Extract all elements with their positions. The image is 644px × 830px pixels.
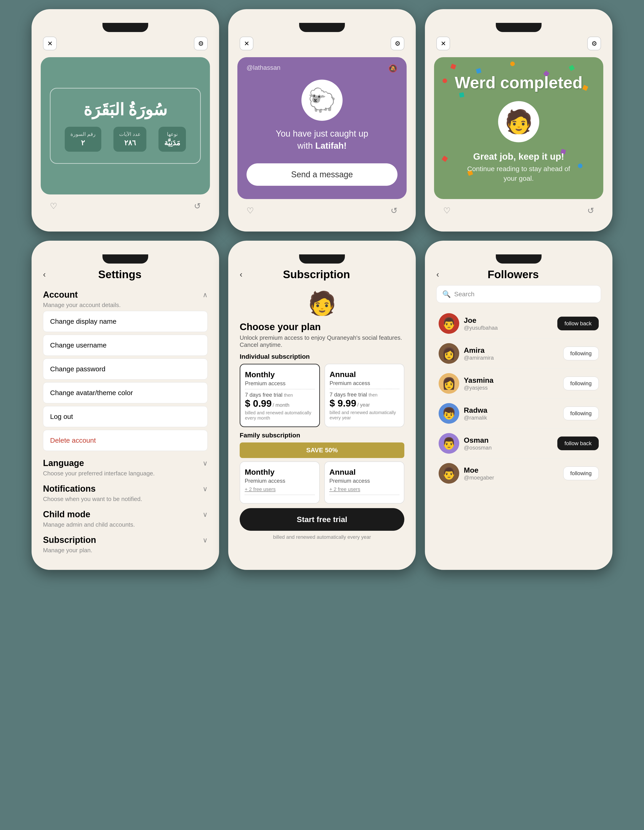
follower-info: Amira@amiramira (464, 346, 559, 361)
search-bar[interactable]: 🔍 Search (436, 285, 601, 303)
refresh-icon[interactable]: ↺ (391, 206, 397, 215)
language-section-header: Language ∨ (43, 454, 208, 470)
surah-number-label: رقم السورة (70, 131, 96, 137)
werd-card: Werd completed 🧑 Great job, keep it up! … (434, 57, 603, 199)
back-button[interactable]: ‹ (240, 270, 242, 279)
filter-button[interactable]: ⚙ (587, 36, 601, 50)
follower-info: Joe@yusufbahaa (464, 316, 553, 331)
subscription-chevron[interactable]: ∨ (203, 536, 208, 544)
close-button[interactable]: ✕ (43, 36, 57, 50)
surah-number-badge: رقم السورة ٢ (65, 127, 101, 152)
ayat-count-label: عدد الآيات (119, 131, 141, 137)
monthly-price-note: billed and renewed automatically every m… (245, 410, 315, 421)
family-annual-card[interactable]: Annual Premium access + 2 free users (324, 461, 404, 504)
phone-caughtup: ✕ ⚙ @lathassan 🔕 🐑 You have just caught … (228, 9, 416, 231)
phone3-header: ✕ ⚙ (434, 36, 603, 55)
following-button[interactable]: following (563, 377, 599, 390)
ayat-count-value: ٢٨٦ (119, 138, 141, 147)
subscription-section-title: Subscription (43, 535, 96, 545)
phone-notch (103, 23, 148, 32)
phone-subscription: ‹ Subscription 🧑 Choose your plan Unlock… (228, 241, 416, 570)
bottom-billing-note: billed and renewed automatically every y… (240, 534, 404, 540)
notifications-section-title: Notifications (43, 484, 96, 494)
close-button[interactable]: ✕ (436, 36, 450, 50)
follower-name: Yasmina (464, 376, 559, 385)
change-password-item[interactable]: Change password (43, 358, 208, 380)
filter-button[interactable]: ⚙ (194, 36, 208, 50)
bottom-row: ‹ Settings Account ∧ Manage your account… (9, 241, 635, 570)
language-section-desc: Choose your preferred interface language… (43, 470, 208, 477)
phone-notch (496, 23, 541, 32)
phone-werd: ✕ ⚙ Werd co (425, 9, 612, 231)
change-avatar-item[interactable]: Change avatar/theme color (43, 382, 208, 403)
notifications-section-header: Notifications ∨ (43, 479, 208, 496)
subscription-mascot: 🧑 (240, 290, 404, 317)
follower-row: 👨Moe@moegaberfollowing (436, 458, 601, 488)
arabic-surah-title: سُورَةُ البَقَرَة (60, 100, 191, 120)
heart-icon[interactable]: ♡ (50, 201, 57, 211)
back-button[interactable]: ‹ (43, 270, 46, 279)
follower-info: Osman@ososman (464, 436, 553, 451)
phone5-header: ‹ Subscription (237, 268, 407, 285)
heart-icon[interactable]: ♡ (443, 206, 451, 215)
top-row: ✕ ⚙ سُورَةُ البَقَرَة رقم السورة ٢ عدد ا… (9, 9, 635, 231)
dotted-divider (245, 389, 315, 390)
surah-number-value: ٢ (70, 138, 96, 147)
individual-annual-card[interactable]: Annual Premium access 7 days free trial … (324, 364, 404, 427)
quran-footer: رقم السورة ٢ عدد الآيات ٢٨٦ نوعها مَدَنِ… (60, 127, 191, 152)
family-annual-free-users: + 2 free users (329, 486, 399, 492)
child-mode-chevron[interactable]: ∨ (203, 510, 208, 518)
following-button[interactable]: following (563, 347, 599, 360)
send-message-button[interactable]: Send a message (247, 163, 397, 186)
refresh-icon[interactable]: ↺ (194, 201, 201, 211)
heart-icon[interactable]: ♡ (247, 206, 254, 215)
follower-avatar: 👨 (438, 433, 459, 454)
phone1-header: ✕ ⚙ (41, 36, 210, 55)
delete-account-item[interactable]: Delete account (43, 430, 208, 451)
bell-icon[interactable]: 🔕 (388, 64, 397, 73)
family-monthly-card[interactable]: Monthly Premium access + 2 free users (240, 461, 320, 504)
family-monthly-free-users: + 2 free users (245, 486, 315, 492)
start-free-trial-button[interactable]: Start free trial (240, 508, 404, 531)
phone-settings: ‹ Settings Account ∧ Manage your account… (32, 241, 219, 570)
search-input[interactable]: Search (454, 291, 595, 298)
follower-row: 👩Amira@amiramirafollowing (436, 339, 601, 369)
annual-price: $ 9.99 / year (329, 398, 399, 409)
monthly-plan-type: Premium access (245, 380, 315, 386)
phone1-bottom-icons: ♡ ↺ (41, 197, 210, 213)
follower-handle: @yusufbahaa (464, 325, 553, 331)
dotted-divider (329, 389, 399, 389)
change-username-item[interactable]: Change username (43, 335, 208, 356)
notifications-chevron[interactable]: ∨ (203, 485, 208, 493)
follower-row: 👦Radwa@ramalikfollowing (436, 399, 601, 429)
following-button[interactable]: following (563, 466, 599, 480)
back-button[interactable]: ‹ (436, 270, 439, 279)
follow-back-button[interactable]: follow back (557, 317, 599, 330)
subscription-title: Subscription (283, 268, 350, 281)
phone-followers: ‹ Followers 🔍 Search 👨Joe@yusufbahaafoll… (425, 241, 612, 570)
change-display-name-item[interactable]: Change display name (43, 311, 208, 332)
language-chevron[interactable]: ∨ (203, 459, 208, 467)
annual-plan-name: Annual (329, 370, 399, 379)
follower-handle: @moegaber (464, 475, 559, 481)
phone-notch (103, 254, 148, 263)
follow-back-button[interactable]: follow back (557, 437, 599, 450)
annual-trial-text: 7 days free trial then (329, 391, 399, 398)
phone-notch (496, 254, 541, 263)
individual-monthly-card[interactable]: Monthly Premium access 7 days free trial… (240, 364, 320, 427)
following-button[interactable]: following (563, 407, 599, 420)
subscription-section-header: Subscription ∨ (43, 531, 208, 547)
account-chevron[interactable]: ∧ (203, 291, 208, 299)
search-icon: 🔍 (442, 290, 451, 298)
follower-row: 👩Yasmina@yasjessfollowing (436, 369, 601, 399)
family-annual-name: Annual (329, 467, 399, 477)
account-section-title: Account (43, 290, 78, 300)
plan-desc: Unlock premium access to enjoy Quraneyah… (240, 334, 404, 348)
close-button[interactable]: ✕ (240, 36, 253, 50)
follower-name: Amira (464, 346, 559, 355)
individual-plan-row: Monthly Premium access 7 days free trial… (240, 364, 404, 427)
log-out-item[interactable]: Log out (43, 406, 208, 427)
refresh-icon[interactable]: ↺ (587, 206, 594, 215)
follower-name: Osman (464, 436, 553, 445)
filter-button[interactable]: ⚙ (391, 36, 404, 50)
